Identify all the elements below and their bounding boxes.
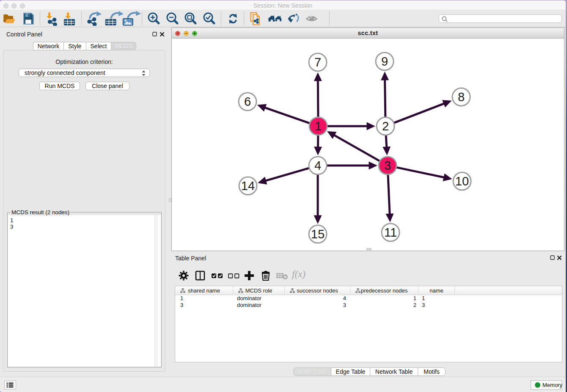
svg-text:10: 10 bbox=[455, 174, 469, 188]
svg-text:8: 8 bbox=[458, 90, 465, 104]
svg-text:9: 9 bbox=[381, 55, 388, 68]
svg-text:14: 14 bbox=[241, 179, 255, 193]
svg-text:11: 11 bbox=[384, 226, 397, 239]
svg-text:6: 6 bbox=[244, 95, 251, 108]
svg-text:4: 4 bbox=[314, 159, 321, 172]
svg-text:2: 2 bbox=[382, 119, 389, 133]
svg-text:15: 15 bbox=[311, 227, 325, 241]
svg-text:1: 1 bbox=[315, 119, 322, 133]
svg-text:7: 7 bbox=[314, 55, 321, 69]
svg-text:3: 3 bbox=[384, 159, 391, 172]
